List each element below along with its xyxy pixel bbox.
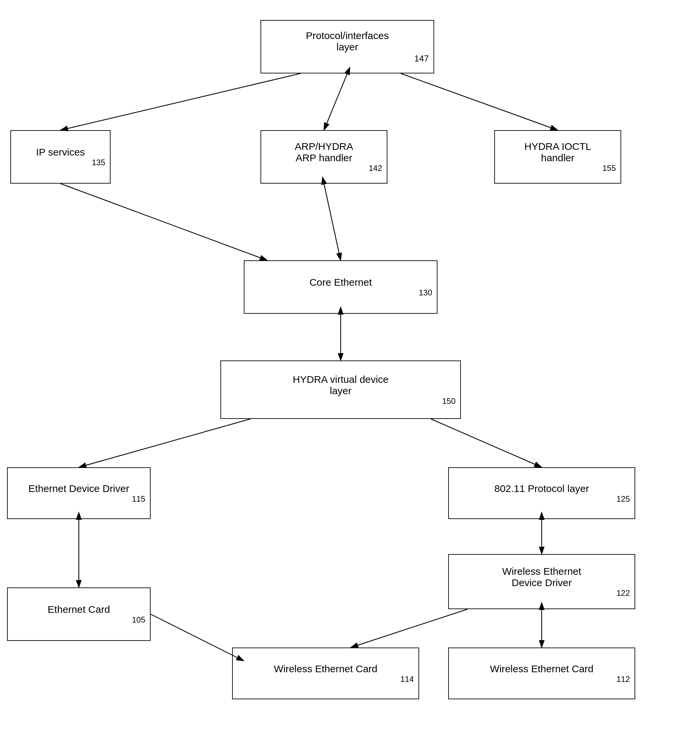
hydra-ioctl-number: 155 — [603, 163, 616, 173]
ethernet-device-driver-label: Ethernet Device Driver — [12, 483, 145, 494]
diagram: Protocol/interfaceslayer 147 IP services… — [0, 0, 700, 747]
protocol-layer-label: Protocol/interfaceslayer — [266, 30, 429, 53]
core-ethernet-label: Core Ethernet — [249, 277, 432, 288]
arrow-hydra-to-edd — [79, 419, 250, 467]
node-hydra-ioctl: HYDRA IOCTLhandler 155 — [494, 130, 621, 184]
arp-handler-number: 142 — [369, 163, 382, 173]
arrow-ip-to-core — [61, 184, 267, 260]
arrow-protocol-to-ip — [61, 73, 301, 130]
arrow-hydra-to-802 — [431, 419, 542, 467]
node-802-protocol: 802.11 Protocol layer 125 — [448, 467, 635, 519]
802-protocol-number: 125 — [617, 494, 630, 504]
node-ethernet-device-driver: Ethernet Device Driver 115 — [7, 467, 151, 519]
ethernet-device-driver-number: 115 — [132, 494, 145, 504]
arrow-ec-to-wc114 — [151, 614, 244, 661]
node-hydra-virtual: HYDRA virtual devicelayer 150 — [220, 360, 461, 419]
node-core-ethernet: Core Ethernet 130 — [244, 260, 438, 314]
ethernet-card-number: 105 — [132, 615, 145, 625]
arp-handler-label: ARP/HYDRAARP handler — [266, 141, 382, 163]
wireless-card-114-number: 114 — [400, 674, 414, 684]
802-protocol-label: 802.11 Protocol layer — [453, 483, 630, 494]
node-wireless-card-112: Wireless Ethernet Card 112 — [448, 647, 635, 699]
node-wireless-card-114: Wireless Ethernet Card 114 — [232, 647, 419, 699]
wireless-driver-number: 122 — [617, 588, 630, 598]
hydra-ioctl-label: HYDRA IOCTLhandler — [500, 141, 616, 163]
node-ip-services: IP services 135 — [11, 130, 111, 184]
hydra-virtual-number: 150 — [442, 396, 456, 406]
ip-services-number: 135 — [92, 158, 105, 167]
ethernet-card-label: Ethernet Card — [12, 604, 145, 615]
arrow-protocol-to-ioctl — [401, 73, 558, 130]
wireless-card-112-label: Wireless Ethernet Card — [453, 663, 630, 674]
wireless-driver-label: Wireless EthernetDevice Driver — [453, 566, 630, 588]
node-protocol-layer: Protocol/interfaceslayer 147 — [261, 20, 434, 73]
core-ethernet-number: 130 — [419, 288, 432, 297]
wireless-card-112-number: 112 — [617, 674, 630, 684]
arrow-arp-to-core — [324, 184, 341, 260]
node-arp-handler: ARP/HYDRAARP handler 142 — [261, 130, 387, 184]
ip-services-label: IP services — [16, 147, 105, 158]
protocol-layer-number: 147 — [414, 53, 429, 64]
arrow-protocol-to-arp — [324, 73, 347, 130]
wireless-card-114-label: Wireless Ethernet Card — [238, 663, 414, 674]
arrow-wdd-to-wc114 — [351, 609, 468, 647]
hydra-virtual-label: HYDRA virtual devicelayer — [226, 374, 456, 396]
node-ethernet-card: Ethernet Card 105 — [7, 587, 151, 641]
node-wireless-driver: Wireless EthernetDevice Driver 122 — [448, 554, 635, 609]
